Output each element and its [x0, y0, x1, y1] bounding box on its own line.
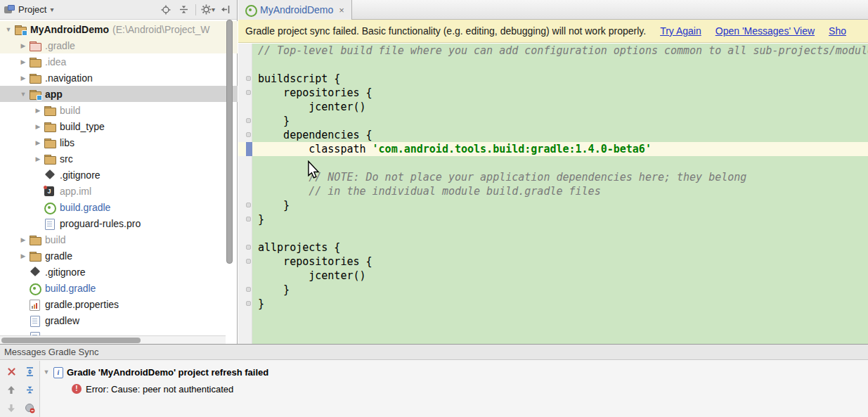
hide-panel-icon [221, 5, 231, 14]
code-line[interactable] [252, 58, 868, 72]
fold-marker-icon[interactable] [246, 287, 251, 292]
code-line[interactable]: // NOTE: Do not place your application d… [252, 170, 868, 184]
code-line[interactable]: jcenter() [252, 269, 868, 283]
fold-marker-icon[interactable] [246, 90, 251, 95]
previous-message-button[interactable] [3, 381, 20, 398]
next-message-button[interactable] [3, 399, 20, 416]
help-button[interactable] [21, 399, 38, 416]
expand-all-button[interactable] [21, 363, 38, 380]
tree-row-gradlew[interactable]: gradlew [0, 312, 238, 328]
code-line[interactable]: allprojects { [252, 240, 868, 255]
gutter-cell [238, 156, 252, 170]
gutter-cell [238, 226, 252, 240]
vertical-scrollbar-thumb[interactable] [226, 20, 233, 264]
messages-panel-title: Messages Gradle Sync [0, 345, 868, 360]
tree-vertical-scrollbar[interactable] [226, 20, 233, 335]
collapse-all-messages-button[interactable] [21, 381, 38, 398]
tree-row-gradle-properties[interactable]: gradle.properties [0, 296, 238, 312]
project-tree: ▼MyAndroidDemo(E:\Android\Project_W▶.gra… [0, 20, 238, 335]
collapse-all-button[interactable] [176, 3, 190, 17]
tree-row-build-gradle[interactable]: build.gradle [0, 199, 238, 215]
code-line[interactable]: } [252, 212, 868, 226]
code-line[interactable] [252, 226, 868, 240]
banner-link-sho[interactable]: Sho [829, 25, 846, 37]
code-line[interactable]: } [252, 283, 868, 297]
locate-file-button[interactable] [159, 3, 173, 17]
code-line[interactable]: classpath 'com.android.tools.build:gradl… [252, 142, 868, 156]
tree-row-gradle[interactable]: ▶gradle [0, 248, 238, 264]
code-area[interactable]: // Top-level build file where you can ad… [252, 44, 868, 344]
code-line[interactable] [252, 156, 868, 170]
tree-row-src[interactable]: ▶src [0, 150, 238, 167]
tree-row-build[interactable]: ▶build [0, 231, 238, 248]
project-tool-window: Project ▾ ▾ ▼MyAndroidDemo(E:\Android\Pr… [0, 0, 238, 344]
tree-row-app[interactable]: ▼app [0, 86, 238, 102]
tree-row--gitignore[interactable]: .gitignore [0, 264, 238, 280]
project-view-icon [4, 5, 15, 14]
expander-right-icon[interactable]: ▶ [32, 155, 44, 162]
expander-down-icon[interactable]: ▼ [3, 26, 14, 33]
code-line[interactable]: // in the individual module build.gradle… [252, 184, 868, 198]
fold-marker-icon[interactable] [246, 203, 251, 207]
fold-marker-icon[interactable] [246, 118, 251, 123]
tree-row-build[interactable]: ▶build [0, 102, 238, 118]
code-line[interactable]: dependencies { [252, 128, 868, 142]
expander-right-icon[interactable]: ▶ [18, 75, 29, 82]
fold-marker-icon[interactable] [246, 245, 251, 250]
code-editor[interactable]: // Top-level build file where you can ad… [238, 44, 868, 344]
expander-right-icon[interactable]: ▶ [32, 139, 44, 146]
tree-horizontal-scrollbar[interactable] [0, 335, 226, 344]
tree-row-myandroiddemo[interactable]: ▼MyAndroidDemo(E:\Android\Project_W [0, 21, 238, 37]
expander-right-icon[interactable]: ▶ [18, 42, 29, 49]
project-view-selector[interactable]: Project [18, 4, 46, 15]
horizontal-scrollbar-thumb[interactable] [1, 338, 141, 343]
code-line[interactable]: } [252, 114, 868, 128]
banner-link-open-messages-view[interactable]: Open 'Messages' View [715, 25, 815, 37]
code-line[interactable]: } [252, 198, 868, 212]
tree-row--idea[interactable]: ▶.idea [0, 53, 238, 70]
tree-item-label: .gitignore [60, 169, 101, 181]
fold-marker-icon[interactable] [246, 132, 251, 137]
expander-down-icon[interactable]: ▼ [18, 91, 29, 98]
code-token: repositories { [258, 86, 373, 99]
expander-right-icon[interactable]: ▶ [18, 252, 29, 259]
tree-item-label: gradle [45, 250, 72, 262]
tree-row-build-gradle[interactable]: build.gradle [0, 280, 238, 296]
fold-marker-icon[interactable] [246, 217, 251, 222]
tab-close-icon[interactable]: × [339, 5, 344, 15]
error-message-row[interactable]: ! Error: Cause: peer not authenticated [72, 382, 868, 396]
tree-item-label: .gitignore [45, 267, 86, 278]
banner-message: Gradle project sync failed. Basic functi… [245, 25, 646, 37]
tree-row-libs[interactable]: ▶libs [0, 134, 238, 150]
expander-right-icon[interactable]: ▶ [18, 58, 29, 65]
code-line[interactable]: // Top-level build file where you can ad… [252, 44, 868, 58]
gradle-sync-banner: Gradle project sync failed. Basic functi… [238, 20, 868, 43]
tree-row--gitignore[interactable]: .gitignore [0, 167, 238, 183]
tree-row-partial[interactable] [0, 328, 238, 335]
code-line[interactable]: repositories { [252, 255, 868, 269]
fold-marker-icon[interactable] [246, 259, 251, 264]
hide-panel-button[interactable] [219, 3, 233, 17]
message-node-row[interactable]: ▼ Gradle 'MyAndroidDemo' project refresh… [41, 364, 868, 380]
expander-right-icon[interactable]: ▶ [32, 123, 44, 130]
tree-row--gradle[interactable]: ▶.gradle [0, 37, 238, 53]
settings-button[interactable]: ▾ [201, 3, 215, 17]
tree-row-proguard-rules-pro[interactable]: proguard-rules.pro [0, 215, 238, 231]
chevron-down-icon[interactable]: ▾ [50, 6, 53, 13]
fold-marker-icon[interactable] [246, 76, 251, 81]
tree-row--navigation[interactable]: ▶.navigation [0, 70, 238, 86]
code-line[interactable]: buildscript { [252, 72, 868, 86]
tree-row-build-type[interactable]: ▶build_type [0, 118, 238, 134]
close-messages-button[interactable] [3, 363, 20, 380]
expander-right-icon[interactable]: ▶ [32, 107, 44, 114]
code-line[interactable]: } [252, 297, 868, 311]
expander-down-icon[interactable]: ▼ [41, 368, 52, 376]
code-line[interactable]: jcenter() [252, 100, 868, 114]
fold-marker-icon[interactable] [246, 301, 251, 306]
tree-item-label: src [60, 153, 73, 165]
tab-myandroiddemo[interactable]: MyAndroidDemo × [238, 0, 352, 20]
tree-row-app-iml[interactable]: app.iml [0, 183, 238, 199]
code-line[interactable]: repositories { [252, 86, 868, 100]
banner-link-try-again[interactable]: Try Again [660, 25, 701, 37]
expander-right-icon[interactable]: ▶ [18, 236, 29, 243]
